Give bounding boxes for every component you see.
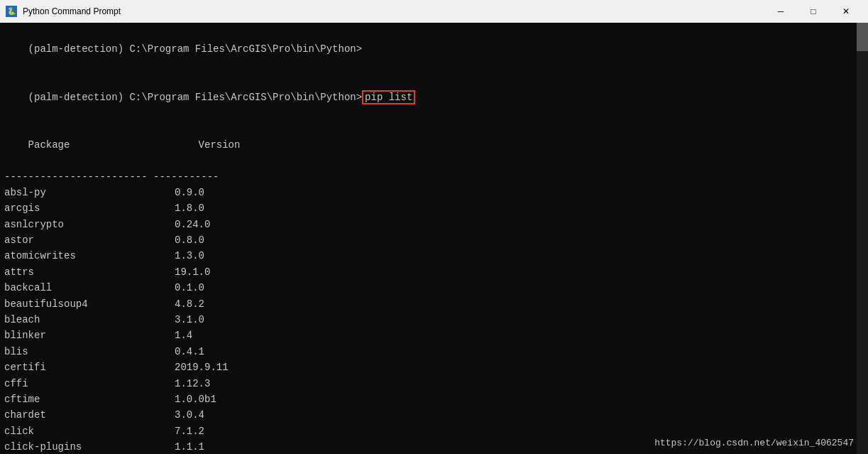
package-name: astor (4, 232, 175, 248)
table-row: bleach3.1.0 (4, 312, 864, 328)
table-row: arcgis1.8.0 (4, 200, 864, 216)
column-headers: PackageVersion (4, 121, 864, 168)
scrollbar-thumb[interactable] (857, 23, 868, 51)
package-name: cftime (4, 391, 175, 407)
package-version: 1.3.0 (175, 250, 204, 261)
scrollbar[interactable] (857, 23, 868, 454)
package-name: asnlcrypto (4, 217, 175, 232)
package-version: 1.4 (175, 330, 192, 341)
package-name: certifi (4, 360, 175, 375)
version-header: Version (199, 139, 241, 151)
package-name: blinker (4, 328, 175, 343)
package-name: click (4, 423, 175, 439)
package-name: blis (4, 344, 175, 360)
package-name: chardet (4, 407, 175, 423)
package-name: arcgis (4, 200, 175, 216)
package-version: 1.1.1 (175, 441, 204, 453)
table-row: asnlcrypto0.24.0 (4, 217, 864, 232)
app-icon: 🐍 (6, 6, 17, 17)
package-version: 2019.9.11 (175, 362, 229, 373)
package-version: 3.0.4 (175, 409, 204, 421)
package-list: absl-py0.9.0arcgis1.8.0asnlcrypto0.24.0a… (4, 185, 864, 454)
prompt-line-2: (palm-detection) C:\Program Files\ArcGIS… (4, 73, 864, 121)
table-row: astor0.8.0 (4, 232, 864, 248)
table-row: attrs19.1.0 (4, 264, 864, 280)
table-row: cftime1.0.0b1 (4, 391, 864, 407)
package-version: 0.1.0 (175, 282, 204, 293)
pip-list-command: pip list (362, 90, 415, 104)
package-name: cffi (4, 376, 175, 391)
package-name: bleach (4, 312, 175, 328)
package-version: 0.4.1 (175, 346, 204, 357)
minimize-button[interactable]: ─ (764, 0, 797, 23)
package-name: attrs (4, 264, 175, 280)
close-button[interactable]: ✕ (830, 0, 862, 23)
package-version: 1.0.0b1 (175, 394, 216, 405)
table-row: backcall0.1.0 (4, 280, 864, 296)
package-name: backcall (4, 280, 175, 296)
package-name: atomicwrites (4, 248, 175, 264)
table-row: atomicwrites1.3.0 (4, 248, 864, 264)
package-name: beautifulsoup4 (4, 296, 175, 312)
table-row: certifi2019.9.11 (4, 360, 864, 375)
watermark: https://blog.csdn.net/weixin_4062547 (654, 438, 854, 448)
table-row: blis0.4.1 (4, 344, 864, 360)
package-version: 7.1.2 (175, 426, 204, 437)
table-row: blinker1.4 (4, 328, 864, 343)
package-version: 1.8.0 (175, 202, 204, 214)
package-name: absl-py (4, 185, 175, 200)
separator-line: ------------------------ ----------- (4, 169, 864, 185)
package-header: Package (28, 137, 199, 153)
package-name: click-plugins (4, 439, 175, 454)
package-version: 0.8.0 (175, 234, 204, 246)
package-version: 4.8.2 (175, 298, 204, 310)
table-row: absl-py0.9.0 (4, 185, 864, 200)
package-version: 0.9.0 (175, 187, 204, 198)
window-title: Python Command Prompt (23, 6, 759, 16)
prompt-line-1: (palm-detection) C:\Program Files\ArcGIS… (4, 26, 864, 73)
package-version: 19.1.0 (175, 266, 210, 278)
table-row: click7.1.2 (4, 423, 864, 439)
package-version: 1.12.3 (175, 378, 210, 389)
title-bar: 🐍 Python Command Prompt ─ □ ✕ (0, 0, 868, 23)
package-version: 0.24.0 (175, 219, 210, 230)
package-version: 3.1.0 (175, 314, 204, 325)
window-controls: ─ □ ✕ (764, 0, 862, 23)
table-row: beautifulsoup44.8.2 (4, 296, 864, 312)
maximize-button[interactable]: □ (797, 0, 830, 23)
table-row: cffi1.12.3 (4, 376, 864, 391)
table-row: chardet3.0.4 (4, 407, 864, 423)
terminal-window: (palm-detection) C:\Program Files\ArcGIS… (0, 23, 868, 454)
